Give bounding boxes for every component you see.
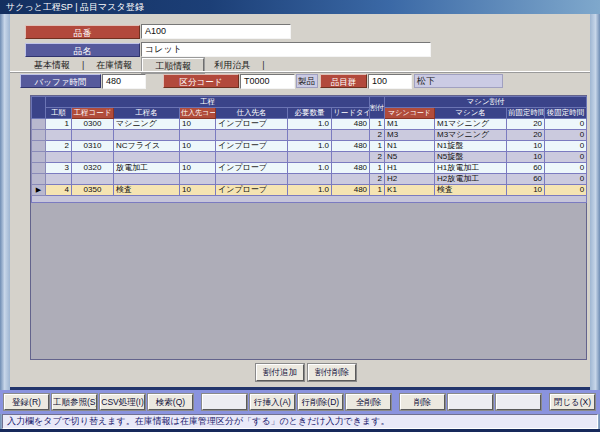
cell-mae: 60 (507, 163, 545, 174)
window-frame-right (590, 14, 600, 429)
cell-shiire-code: 10 (180, 141, 216, 152)
routing-table: 工程 割付 マシン割付 工順 工程コード 工程名 仕入先コード 仕入先名 必要数… (31, 96, 587, 203)
bottom-button-bar: 登録(R)工順参照(S)CSV処理(I)検索(Q)行挿入(A)行削除(D)全削除… (0, 390, 600, 414)
cell-alloc-no: 1 (370, 163, 385, 174)
cell-kotei-code: 0310 (72, 141, 114, 152)
cell-alloc-no: 1 (370, 185, 385, 196)
grid-row[interactable]: 2H2H2放電加工600 (32, 174, 587, 185)
cell-machine-name: M1マシニング (435, 119, 507, 130)
window-frame-left (0, 14, 10, 429)
row-marker (32, 119, 46, 130)
cell-shiire-code-empty (180, 130, 216, 141)
cell-hitsuyo: 1.0 (288, 185, 332, 196)
tab-separator: | (260, 60, 266, 70)
alloc-add-button[interactable]: 割付追加 (256, 364, 304, 381)
cell-kotei-code: 0350 (72, 185, 114, 196)
item-name-label: 品名 (25, 43, 140, 57)
cell-lead: 480 (332, 185, 370, 196)
grid-row[interactable]: 30320放電加工10インプローブ1.04801H1H1放電加工600 (32, 163, 587, 174)
insert-row-button[interactable]: 行挿入(A) (250, 394, 295, 410)
item-group-label: 品目群 (320, 74, 367, 88)
col-hitsuyo: 必要数量 (288, 108, 332, 119)
tab-stock[interactable]: 在庫情報 (86, 59, 142, 72)
cell-shiire-name: インプローブ (216, 119, 288, 130)
cell-kotei-name: NCフライス (114, 141, 180, 152)
blank-button-3[interactable] (496, 394, 541, 410)
cell-hitsuyo-empty (288, 130, 332, 141)
buffer-time-input[interactable]: 480 (102, 74, 146, 89)
cell-shiire-code-empty (180, 174, 216, 185)
grid-row[interactable]: 20310NCフライス10インプローブ1.04801N1N1旋盤100 (32, 141, 587, 152)
cell-machine-code: M1 (385, 119, 435, 130)
grid-row[interactable]: ▶40350検査10インプローブ1.04801K1検査100 (32, 185, 587, 196)
cell-machine-code: H2 (385, 174, 435, 185)
cell-lead-empty (332, 130, 370, 141)
col-ato: 後固定時間 (545, 108, 587, 119)
cell-machine-code: H1 (385, 163, 435, 174)
cell-hitsuyo: 1.0 (288, 119, 332, 130)
cell-machine-name: M3マシニング (435, 130, 507, 141)
search-button[interactable]: 検索(Q) (148, 394, 193, 410)
cell-alloc-no: 1 (370, 119, 385, 130)
col-kotei-code: 工程コード (72, 108, 114, 119)
routing-grid[interactable]: 工程 割付 マシン割付 工順 工程コード 工程名 仕入先コード 仕入先名 必要数… (30, 95, 587, 360)
cell-kotei-code-empty (72, 152, 114, 163)
grid-row[interactable]: 2N5N5旋盤100 (32, 152, 587, 163)
panel-separator (10, 71, 590, 73)
row-marker (32, 152, 46, 163)
blank-button-2[interactable] (448, 394, 493, 410)
cell-ato: 0 (545, 130, 587, 141)
cell-mae: 10 (507, 152, 545, 163)
cell-machine-code: K1 (385, 185, 435, 196)
delete-all-button[interactable]: 全削除 (346, 394, 391, 410)
cell-koujun: 1 (46, 119, 72, 130)
cell-hitsuyo: 1.0 (288, 141, 332, 152)
cell-kotei-name: 放電加工 (114, 163, 180, 174)
col-kotei-name: 工程名 (114, 108, 180, 119)
grid-column-header-row: 工順 工程コード 工程名 仕入先コード 仕入先名 必要数量 リードタイム マシン… (32, 108, 587, 119)
grid-row[interactable]: 2M3M3マシニング200 (32, 130, 587, 141)
row-marker (32, 141, 46, 152)
item-group-input[interactable]: 100 (368, 74, 412, 89)
item-group-name-display: 松下 (414, 74, 503, 88)
grid-row[interactable]: 10300マシニング10インプローブ1.04801M1M1マシニング200 (32, 119, 587, 130)
col-shiire-code: 仕入先コード (180, 108, 216, 119)
alloc-delete-button[interactable]: 割付削除 (308, 364, 356, 381)
routing-ref-button[interactable]: 工順参照(S) (52, 394, 97, 410)
cell-shiire-code: 10 (180, 119, 216, 130)
cell-kotei-name: 検査 (114, 185, 180, 196)
row-marker (32, 130, 46, 141)
cell-machine-code: M3 (385, 130, 435, 141)
row-marker (32, 163, 46, 174)
category-name-display: 製品 (296, 74, 318, 88)
blank-button-1[interactable] (202, 394, 247, 410)
category-code-input[interactable]: T0000 (240, 74, 295, 89)
process-group-header: 工程 (46, 97, 370, 108)
tab-jig[interactable]: 利用治具 (204, 59, 260, 72)
close-button[interactable]: 閉じる(X) (550, 394, 595, 410)
category-code-label: 区分コード (163, 74, 239, 88)
cell-kotei-name-empty (114, 130, 180, 141)
cell-shiire-code: 10 (180, 163, 216, 174)
cell-hitsuyo-empty (288, 152, 332, 163)
tab-basic[interactable]: 基本情報 (24, 59, 80, 72)
csv-button[interactable]: CSV処理(I) (100, 394, 145, 410)
cell-machine-name: H2放電加工 (435, 174, 507, 185)
grid-filler-row (32, 196, 587, 203)
register-button[interactable]: 登録(R) (4, 394, 49, 410)
item-number-input[interactable]: A100 (141, 24, 291, 39)
cell-kotei-code-empty (72, 130, 114, 141)
cell-lead: 480 (332, 163, 370, 174)
cell-shiire-name-empty (216, 130, 288, 141)
buffer-time-label: バッファ時間 (20, 74, 101, 88)
delete-row-button[interactable]: 行削除(D) (298, 394, 343, 410)
cell-shiire-name: インプローブ (216, 185, 288, 196)
row-marker: ▶ (32, 185, 46, 196)
cell-shiire-name-empty (216, 152, 288, 163)
grid-group-header-row: 工程 割付 マシン割付 (32, 97, 587, 108)
item-name-input[interactable]: コレット (141, 42, 431, 57)
cell-mae: 20 (507, 130, 545, 141)
cell-machine-name: N1旋盤 (435, 141, 507, 152)
delete-button[interactable]: 削除 (400, 394, 445, 410)
row-marker (32, 174, 46, 185)
